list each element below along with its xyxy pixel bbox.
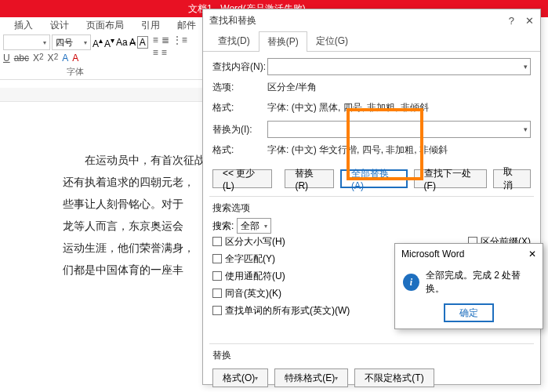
tab-goto[interactable]: 定位(G) [307,31,357,51]
bullets-icon[interactable]: ≡ [153,34,158,45]
doc-line: 运动生涯，他们荣誉满身， [63,237,204,259]
find-label: 查找内容(N): [212,60,267,74]
replace-all-button[interactable]: 全部替换(A) [340,169,408,188]
chevron-down-icon: ▾ [524,125,528,133]
align-center-icon[interactable]: ≡ [161,47,167,58]
text-effects-icon[interactable]: A [62,53,68,64]
tab-find[interactable]: 查找(D) [209,31,259,51]
format-button[interactable]: 格式(O) ▾ [212,368,268,387]
opt-sounds-like[interactable]: 同音(英文)(K) [212,285,350,301]
options-label: 选项: [212,81,267,94]
font-group-label: 字体 [3,66,148,78]
clear-format-icon[interactable]: A̶ [129,37,136,48]
format-label: 格式: [212,101,267,114]
doc-line: 们都是中国体育的一座丰 [63,259,204,281]
ruler [0,88,204,102]
less-button[interactable]: << 更少(L) [212,169,272,188]
replace-label: 替换为(I): [212,123,267,136]
search-scope-select[interactable]: 全部 ▾ [237,218,271,234]
font-size-select[interactable]: 四号▾ [52,34,91,50]
close-icon[interactable]: ✕ [525,15,534,27]
checkbox-icon [212,254,222,263]
dialog-form: 查找内容(N): ▾ 选项: 区分全/半角 格式: 字体: (中文) 黑体, 四… [203,52,540,165]
find-input[interactable]: ▾ [267,58,531,75]
chevron-down-icon: ▾ [255,375,258,382]
doc-line: 在运动员中，有首次征战 [63,149,204,171]
opt-wildcards[interactable]: 使用通配符(U) [212,268,350,284]
doc-line: 些事让人刻骨铭心。对于 [63,193,204,215]
opt-word-forms[interactable]: 查找单词的所有形式(英文)(W) [212,303,350,318]
message-title-bar[interactable]: Microsoft Word ✕ [395,244,543,264]
shrink-font-icon[interactable]: A▾ [104,36,114,49]
no-format-button[interactable]: 不限定格式(T) [354,368,434,387]
numbering-icon[interactable]: ≣ [161,34,169,45]
underline-icon[interactable]: U [3,53,10,64]
tab-replace[interactable]: 替换(P) [259,31,307,52]
checkbox-icon [212,306,222,315]
align-left-icon[interactable]: ≡ [153,47,158,58]
char-border-icon[interactable]: A [137,36,148,49]
checkbox-icon [212,289,222,298]
font-name-select[interactable]: ▾ [3,34,50,50]
options-value: 区分全/半角 [267,81,531,94]
subscript-icon[interactable]: X2 [33,53,44,64]
grow-font-icon[interactable]: A▴ [93,36,103,49]
ribbon-area: ▾ 四号▾ A▴ A▾ Aa A̶ A U abc X2 X2 A A 字体 ≡… [0,33,204,80]
chevron-down-icon: ▾ [264,223,267,230]
replace-input[interactable]: ▾ [267,121,531,138]
paragraph-group: ≡ ≣ ⋮≡ ≡ ≡ [153,34,187,78]
close-icon[interactable]: ✕ [528,249,536,260]
ribbon-tab[interactable]: 引用 [135,19,166,32]
help-icon[interactable]: ? [509,15,514,27]
find-format-value: 字体: (中文) 黑体, 四号, 非加粗, 非倾斜 [267,101,531,114]
multilevel-icon[interactable]: ⋮≡ [172,34,187,45]
replace-bottom-buttons: 格式(O) ▾ 特殊格式(E) ▾ 不限定格式(T) [203,364,540,392]
cancel-button[interactable]: 取消 [493,169,531,188]
ok-button[interactable]: 确定 [444,303,494,322]
font-group: ▾ 四号▾ A▴ A▾ Aa A̶ A U abc X2 X2 A A 字体 [3,34,148,78]
message-text: 全部完成。完成 2 处替换。 [426,269,535,296]
strikethrough-icon[interactable]: abc [14,53,29,64]
doc-line: 还有执着追求的四朝元老， [63,171,204,193]
opt-whole-word[interactable]: 全字匹配(Y) [212,251,350,267]
ribbon-tab[interactable]: 邮件 [171,19,202,32]
ribbon-tab[interactable]: 设计 [44,19,75,32]
opt-match-case[interactable]: 区分大小写(H) [212,234,350,249]
info-icon: i [403,274,419,291]
replace-format-value: 字体: (中文) 华文行楷, 四号, 非加粗, 非倾斜 [267,143,531,157]
document-body[interactable]: 在运动员中，有首次征战 还有执着追求的四朝元老， 些事让人刻骨铭心。对于 龙等人… [63,149,204,281]
superscript-icon[interactable]: X2 [48,53,59,64]
checkbox-icon [212,237,222,246]
search-scope-label: 搜索: [212,220,234,233]
format-label-2: 格式: [212,143,267,157]
checkbox-icon [212,271,222,281]
replace-button[interactable]: 替换(R) [285,169,334,188]
message-title: Microsoft Word [401,249,464,260]
special-button[interactable]: 特殊格式(E) ▾ [274,368,348,387]
ribbon-tab[interactable]: 页面布局 [80,19,130,32]
replace-section-title: 替换 [203,347,540,364]
dialog-title-bar[interactable]: 查找和替换 ? ✕ [203,9,540,31]
dialog-button-row: << 更少(L) 替换(R) 全部替换(A) 查找下一处(F) 取消 [203,165,540,193]
message-box: Microsoft Word ✕ i 全部完成。完成 2 处替换。 确定 [394,243,543,329]
chevron-down-icon: ▾ [84,39,87,46]
search-options-title: 搜索选项 [203,200,540,216]
chevron-down-icon: ▾ [524,63,528,71]
dialog-title: 查找和替换 [209,14,256,27]
font-color-icon[interactable]: A [72,53,78,64]
chevron-down-icon: ▾ [335,375,338,382]
doc-line: 龙等人而言，东京奥运会 [63,215,204,237]
find-next-button[interactable]: 查找下一处(F) [414,169,488,188]
chevron-down-icon: ▾ [43,39,46,46]
dialog-tab-strip: 查找(D) 替换(P) 定位(G) [203,31,540,52]
ribbon-tab[interactable]: 插入 [8,19,39,32]
change-case-icon[interactable]: Aa [116,37,128,48]
